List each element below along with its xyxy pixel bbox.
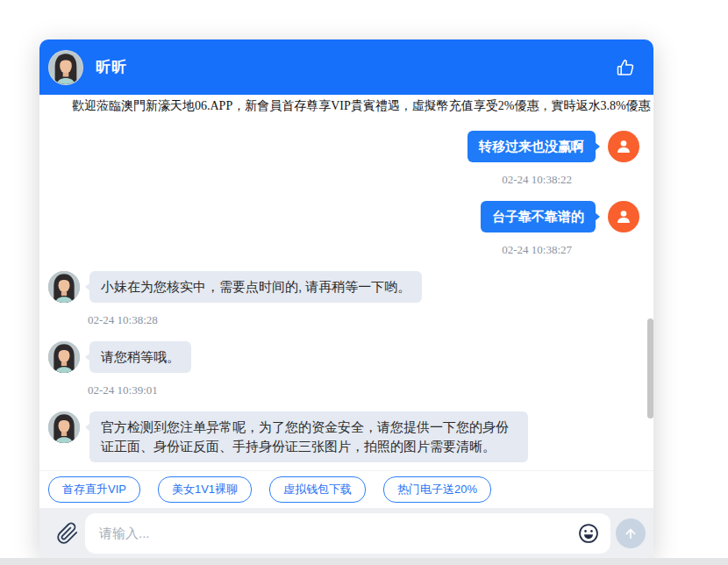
composer-bar — [39, 508, 653, 558]
quick-reply-bar: 首存直升VIP 美女1V1裸聊 虚拟钱包下载 热门电子送20% — [39, 470, 653, 508]
quick-reply-button[interactable]: 首存直升VIP — [48, 476, 140, 503]
agent-portrait-image — [48, 271, 80, 303]
quick-reply-button[interactable]: 热门电子送20% — [383, 476, 491, 503]
scrollbar-thumb[interactable] — [647, 318, 653, 418]
chat-bubble-agent: 请您稍等哦。 — [89, 341, 191, 373]
message-row-agent: 官方检测到您注单异常呢，为了您的资金安全，请您提供一下您的身份证正面、身份证反面… — [48, 411, 639, 462]
agent-portrait-image — [48, 411, 80, 443]
agent-avatar — [48, 271, 80, 303]
page-bottom-strip — [0, 558, 728, 565]
agent-name: 昕昕 — [96, 57, 127, 77]
message-row-agent: 请您稍等哦。 — [48, 341, 639, 373]
message-row-agent: 小妹在为您核实中，需要点时间的, 请再稍等一下哟。 — [48, 271, 639, 303]
chat-area[interactable]: 转移过来也没赢啊 02-24 10:38:22 台子靠不靠谱的 02-24 10… — [39, 117, 653, 470]
thumbs-up-icon — [615, 57, 636, 78]
message-group-agent: 小妹在为您核实中，需要点时间的, 请再稍等一下哟。 02-24 10:38:28 — [48, 271, 639, 327]
message-group-user: 转移过来也没赢啊 02-24 10:38:22 — [48, 131, 639, 187]
user-avatar — [608, 131, 639, 162]
promo-marquee: 歡迎蒞臨澳門新濠天地06.APP，新會員首存尊享VIP貴賓禮遇，虛擬幣充值享受2… — [39, 95, 653, 117]
chat-bubble-user: 转移过来也没赢啊 — [467, 131, 596, 162]
person-icon — [614, 207, 633, 226]
agent-portrait-image — [48, 341, 80, 373]
message-input[interactable] — [99, 526, 577, 540]
message-group-agent: 请您稍等哦。 02-24 10:39:01 — [48, 341, 639, 397]
smiley-icon — [577, 522, 600, 545]
thumbs-up-button[interactable] — [613, 55, 638, 80]
message-row-user: 台子靠不靠谱的 — [48, 201, 639, 232]
attachment-button[interactable] — [50, 522, 85, 545]
chat-bubble-agent: 官方检测到您注单异常呢，为了您的资金安全，请您提供一下您的身份证正面、身份证反面… — [89, 411, 528, 462]
person-icon — [614, 137, 633, 156]
message-timestamp: 02-24 10:38:27 — [48, 243, 639, 257]
quick-reply-button[interactable]: 美女1V1裸聊 — [158, 476, 252, 503]
message-timestamp: 02-24 10:38:28 — [48, 313, 639, 327]
user-avatar — [608, 201, 639, 232]
chat-bubble-agent: 小妹在为您核实中，需要点时间的, 请再稍等一下哟。 — [89, 271, 422, 303]
agent-avatar — [48, 411, 80, 443]
chat-bubble-user: 台子靠不靠谱的 — [481, 201, 596, 232]
message-group-agent: 官方检测到您注单异常呢，为了您的资金安全，请您提供一下您的身份证正面、身份证反面… — [48, 411, 639, 462]
emoji-button[interactable] — [577, 522, 600, 545]
chat-window: 昕昕 歡迎蒞臨澳門新濠天地06.APP，新會員首存尊享VIP貴賓禮遇，虛擬幣充值… — [39, 39, 653, 558]
message-row-user: 转移过来也没赢啊 — [48, 131, 639, 162]
agent-avatar — [48, 50, 83, 85]
send-button[interactable] — [616, 519, 646, 548]
message-timestamp: 02-24 10:38:22 — [48, 173, 639, 187]
message-group-user: 台子靠不靠谱的 02-24 10:38:27 — [48, 201, 639, 257]
arrow-up-icon — [623, 526, 639, 541]
paperclip-icon — [56, 522, 79, 545]
agent-avatar — [48, 341, 80, 373]
agent-portrait-image — [49, 51, 82, 84]
message-timestamp: 02-24 10:39:01 — [48, 383, 639, 397]
message-input-container — [85, 513, 610, 554]
chat-header: 昕昕 — [39, 39, 653, 95]
quick-reply-button[interactable]: 虚拟钱包下载 — [269, 476, 366, 503]
